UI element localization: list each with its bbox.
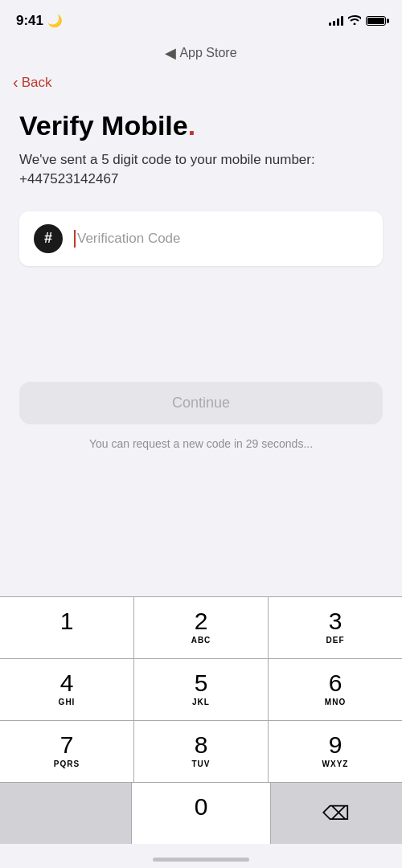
status-bar: 9:41 🌙 [0, 0, 402, 35]
key-6[interactable]: 6 MNO [269, 659, 402, 720]
main-content: Verify Mobile. We've sent a 5 digit code… [0, 98, 402, 450]
input-placeholder: Verification Code [77, 231, 181, 247]
battery-icon [366, 16, 386, 26]
key-8[interactable]: 8 TUV [134, 721, 269, 782]
cursor [74, 230, 76, 248]
key-5[interactable]: 5 JKL [134, 659, 269, 720]
keypad-row-1: 1 2 ABC 3 DEF [0, 596, 402, 658]
hash-symbol: # [44, 230, 52, 247]
key-7[interactable]: 7 PQRS [0, 721, 134, 782]
back-row: ‹ Back [0, 71, 402, 98]
back-label: Back [22, 75, 52, 91]
keypad-row-2: 4 GHI 5 JKL 6 MNO [0, 658, 402, 720]
back-button[interactable]: ‹ Back [13, 74, 389, 92]
status-time: 9:41 🌙 [16, 13, 63, 29]
appstore-text: App Store [179, 46, 236, 60]
key-1[interactable]: 1 [0, 597, 134, 658]
continue-button[interactable]: Continue [19, 382, 383, 424]
signal-icon [329, 16, 343, 26]
nav-bar: ◀ App Store [0, 35, 402, 71]
hash-icon: # [34, 224, 63, 253]
title-text: Verify Mobile [19, 110, 188, 141]
delete-icon: ⌫ [322, 802, 350, 825]
subtitle-text: We've sent a 5 digit code to your mobile… [19, 150, 383, 189]
moon-icon: 🌙 [47, 14, 63, 28]
key-0[interactable]: 0 [132, 783, 270, 844]
key-9[interactable]: 9 WXYZ [269, 721, 402, 782]
home-indicator [153, 858, 249, 862]
middle-area [19, 285, 383, 382]
key-3[interactable]: 3 DEF [269, 597, 402, 658]
resend-text: You can request a new code in 29 seconds… [19, 437, 383, 450]
verification-input-container: # Verification Code [19, 211, 383, 266]
keypad: 1 2 ABC 3 DEF 4 GHI 5 JKL 6 MNO 7 PQRS [0, 596, 402, 844]
key-empty [0, 783, 132, 844]
keypad-row-3: 7 PQRS 8 TUV 9 WXYZ [0, 720, 402, 782]
key-4[interactable]: 4 GHI [0, 659, 134, 720]
page-title: Verify Mobile. [19, 111, 383, 141]
verification-input[interactable]: Verification Code [74, 230, 368, 248]
status-icons [329, 14, 386, 27]
key-2[interactable]: 2 ABC [134, 597, 269, 658]
appstore-label: ◀ App Store [165, 44, 236, 62]
time-label: 9:41 [16, 13, 43, 29]
continue-label: Continue [172, 395, 230, 411]
wifi-icon [348, 14, 361, 27]
title-dot: . [188, 110, 195, 141]
back-chevron-icon: ‹ [13, 73, 18, 92]
keypad-row-4: 0 ⌫ [0, 782, 402, 844]
delete-key[interactable]: ⌫ [271, 783, 402, 844]
